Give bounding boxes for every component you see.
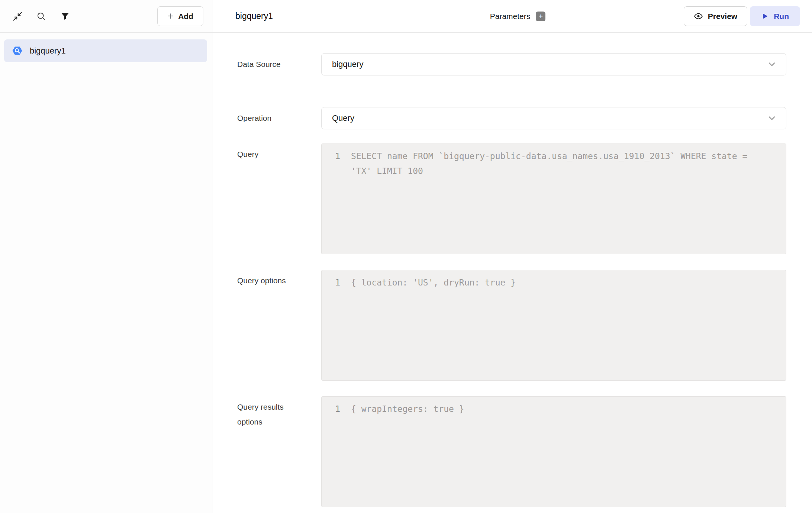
- form-row-data-source: Data Source bigquery: [213, 53, 812, 75]
- query-list: bigquery1: [0, 33, 213, 62]
- query-options-placeholder: { location: 'US', dryRun: true }: [351, 275, 764, 290]
- preview-button[interactable]: Preview: [684, 6, 747, 26]
- operation-select[interactable]: Query: [321, 107, 786, 129]
- run-button[interactable]: Run: [750, 6, 800, 26]
- play-icon: [761, 12, 769, 20]
- collapse-icon[interactable]: [12, 11, 23, 22]
- form-row-query-results-options: Query results options 1 { wrapIntegers: …: [213, 396, 812, 507]
- data-source-label: Data Source: [213, 53, 321, 75]
- app-window: + Add bigquery1 bigquery1: [0, 0, 812, 513]
- query-options-label: Query options: [213, 270, 321, 381]
- parameters-label: Parameters: [490, 12, 531, 21]
- query-label: Query: [213, 143, 321, 254]
- chevron-down-icon: [767, 113, 777, 123]
- operation-value: Query: [332, 113, 354, 123]
- main-panel: bigquery1 Parameters + Preview: [213, 0, 812, 513]
- query-code-editor[interactable]: 1 SELECT name FROM `bigquery-public-data…: [321, 143, 786, 254]
- form-row-query-options: Query options 1 { location: 'US', dryRun…: [213, 270, 812, 381]
- query-placeholder: SELECT name FROM `bigquery-public-data.u…: [351, 149, 764, 178]
- chevron-down-icon: [767, 59, 777, 70]
- line-number: 1: [322, 149, 340, 164]
- main-header: bigquery1 Parameters + Preview: [213, 0, 812, 33]
- data-source-value: bigquery: [332, 59, 363, 69]
- sidebar-toolbar: + Add: [0, 0, 213, 33]
- search-icon[interactable]: [36, 11, 47, 22]
- filter-icon[interactable]: [59, 11, 71, 22]
- query-results-options-code-editor[interactable]: 1 { wrapIntegers: true }: [321, 396, 786, 507]
- data-source-select[interactable]: bigquery: [321, 53, 786, 75]
- query-results-options-label: Query results options: [213, 396, 321, 507]
- query-form: Data Source bigquery: [213, 33, 812, 513]
- plus-icon: +: [167, 11, 173, 21]
- sidebar: + Add bigquery1: [0, 0, 213, 513]
- add-button[interactable]: + Add: [157, 6, 203, 26]
- line-number: 1: [322, 401, 340, 416]
- query-options-code-editor[interactable]: 1 { location: 'US', dryRun: true }: [321, 270, 786, 381]
- run-button-label: Run: [774, 12, 789, 21]
- preview-button-label: Preview: [708, 12, 737, 21]
- list-item-bigquery1[interactable]: bigquery1: [4, 39, 207, 62]
- operation-label: Operation: [213, 107, 321, 129]
- query-results-options-placeholder: { wrapIntegers: true }: [351, 401, 764, 416]
- form-row-query: Query 1 SELECT name FROM `bigquery-publi…: [213, 143, 812, 254]
- list-item-label: bigquery1: [30, 46, 66, 56]
- bigquery-icon: [12, 45, 23, 57]
- form-row-operation: Operation Query: [213, 107, 812, 129]
- add-parameter-button[interactable]: +: [536, 12, 545, 21]
- eye-icon: [694, 12, 703, 21]
- page-title: bigquery1: [235, 11, 273, 21]
- line-number: 1: [322, 275, 340, 290]
- add-button-label: Add: [178, 12, 193, 21]
